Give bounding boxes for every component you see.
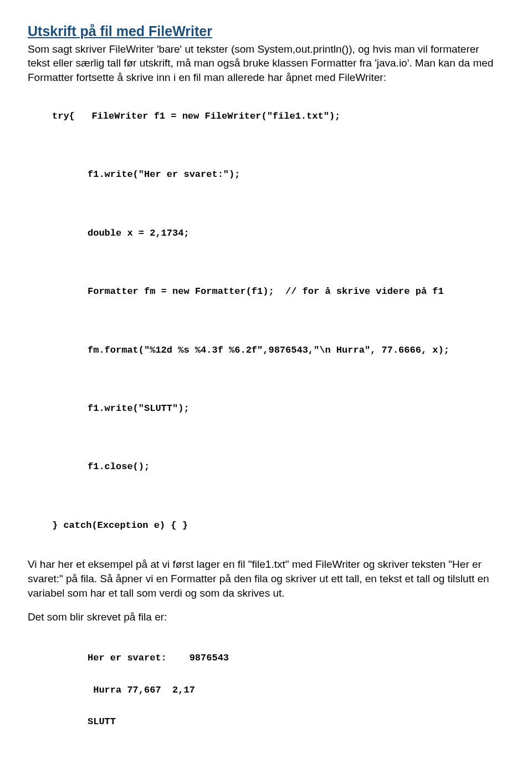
output-line: SLUTT xyxy=(88,714,504,730)
code-line: try{ FileWriter f1 = new FileWriter("fil… xyxy=(28,109,504,124)
output-line: Hurra 77,667 2,17 xyxy=(88,683,504,699)
code-line: f1.write("SLUTT"); xyxy=(28,401,504,416)
code-line: f1.close(); xyxy=(28,460,504,474)
output-line: Her er svaret: 9876543 xyxy=(88,650,504,667)
code-example: try{ FileWriter f1 = new FileWriter("fil… xyxy=(28,95,504,548)
section-heading: Utskrift på fil med FileWriter xyxy=(28,22,504,41)
explanation-paragraph: Vi har her et eksempel på at vi først la… xyxy=(28,557,504,600)
code-line: f1.write("Her er svaret:"); xyxy=(28,167,504,182)
intro-paragraph: Som sagt skriver FileWriter 'bare' ut te… xyxy=(28,42,504,85)
code-line: } catch(Exception e) { } xyxy=(28,518,504,533)
code-line: Formatter fm = new Formatter(f1); // for… xyxy=(28,284,504,299)
code-line: double x = 2,1734; xyxy=(28,226,504,241)
code-line: fm.format("%12d %s %4.3f %6.2f",9876543,… xyxy=(28,343,504,358)
output-example: Her er svaret: 9876543 Hurra 77,667 2,17… xyxy=(28,634,504,746)
output-intro: Det som blir skrevet på fila er: xyxy=(28,610,504,624)
